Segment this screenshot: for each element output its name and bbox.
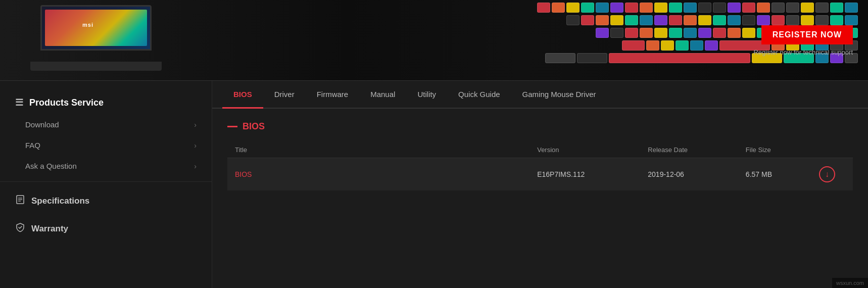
- laptop-image: msi: [30, 5, 192, 76]
- bios-table: Title Version Release Date File Size BIO…: [227, 142, 853, 190]
- main-layout: ☰ Products Service Download › FAQ › Ask …: [0, 81, 868, 288]
- tab-gaming-mouse-driver[interactable]: Gaming Mouse Driver: [511, 81, 607, 108]
- specifications-label: Specifications: [31, 196, 89, 206]
- chevron-right-icon: ›: [194, 121, 197, 129]
- bios-download-cell: ↓: [811, 158, 853, 191]
- hero-banner: msi: [0, 0, 868, 81]
- tab-bar: BIOS Driver Firmware Manual Utility Quic…: [212, 81, 868, 109]
- sidebar: ☰ Products Service Download › FAQ › Ask …: [0, 81, 212, 288]
- list-icon: ☰: [15, 97, 23, 108]
- faq-label: FAQ: [25, 141, 40, 150]
- tab-bios[interactable]: BIOS: [222, 81, 263, 108]
- tab-utility[interactable]: Utility: [406, 81, 447, 108]
- sidebar-item-ask-question[interactable]: Ask a Question ›: [0, 156, 212, 176]
- th-title: Title: [227, 142, 529, 158]
- warranty-label: Warranty: [31, 224, 68, 234]
- th-file-size: File Size: [738, 142, 811, 158]
- products-service-label: Products Service: [29, 98, 104, 108]
- chevron-right-icon: ›: [194, 141, 197, 150]
- register-area: REGISTER NOW Register now for technical …: [753, 25, 853, 56]
- table-header: Title Version Release Date File Size: [227, 142, 853, 158]
- products-service-header[interactable]: ☰ Products Service: [0, 91, 212, 114]
- sidebar-divider: [0, 181, 212, 182]
- tab-driver[interactable]: Driver: [263, 81, 306, 108]
- bios-version-cell: E16P7IMS.112: [529, 158, 640, 191]
- register-sub-text: Register now for technical support: [753, 49, 853, 56]
- tab-quick-guide[interactable]: Quick Guide: [447, 81, 511, 108]
- tab-firmware[interactable]: Firmware: [306, 81, 360, 108]
- warranty-icon: [15, 222, 25, 235]
- tab-manual[interactable]: Manual: [359, 81, 406, 108]
- sidebar-item-faq[interactable]: FAQ ›: [0, 135, 212, 156]
- section-dash: [227, 126, 237, 127]
- chevron-right-icon: ›: [194, 162, 197, 170]
- ask-question-label: Ask a Question: [25, 162, 77, 170]
- sidebar-item-specifications[interactable]: Specifications: [0, 187, 212, 215]
- bios-title-cell: BIOS: [227, 158, 529, 191]
- bios-file-size-cell: 6.57 MB: [738, 158, 811, 191]
- msi-logo: msi: [82, 22, 93, 28]
- register-now-button[interactable]: REGISTER NOW: [761, 25, 853, 44]
- download-label: Download: [25, 120, 59, 129]
- th-release-date: Release Date: [640, 142, 738, 158]
- products-service-section: ☰ Products Service Download › FAQ › Ask …: [0, 91, 212, 176]
- download-button[interactable]: ↓: [819, 166, 835, 182]
- watermark: wsxun.com: [832, 278, 868, 288]
- bios-release-date-cell: 2019-12-06: [640, 158, 738, 191]
- content-area: BIOS Driver Firmware Manual Utility Quic…: [212, 81, 868, 288]
- th-version: Version: [529, 142, 640, 158]
- bios-section-title: BIOS: [227, 121, 853, 132]
- bios-title-link[interactable]: BIOS: [235, 170, 252, 178]
- specifications-icon: [15, 195, 25, 207]
- bios-content: BIOS Title Version Release Date File Siz…: [212, 109, 868, 203]
- table-header-row: Title Version Release Date File Size: [227, 142, 853, 158]
- table-body: BIOS E16P7IMS.112 2019-12-06 6.57 MB ↓: [227, 158, 853, 191]
- table-row: BIOS E16P7IMS.112 2019-12-06 6.57 MB ↓: [227, 158, 853, 191]
- bios-label: BIOS: [243, 121, 265, 132]
- sidebar-item-download[interactable]: Download ›: [0, 114, 212, 135]
- th-action: [811, 142, 853, 158]
- sidebar-item-warranty[interactable]: Warranty: [0, 215, 212, 243]
